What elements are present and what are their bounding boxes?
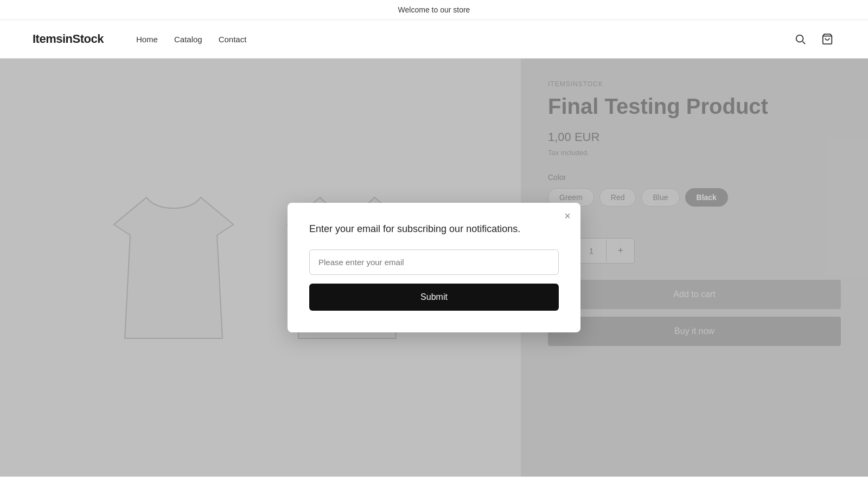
email-subscription-modal: × Enter your email for subscribing our n… <box>288 203 580 332</box>
svg-point-0 <box>796 35 803 42</box>
modal-submit-button[interactable]: Submit <box>309 284 559 311</box>
nav-catalog[interactable]: Catalog <box>174 35 202 44</box>
announcement-text: Welcome to our store <box>398 5 470 14</box>
cart-button[interactable] <box>819 31 835 47</box>
nav-home[interactable]: Home <box>136 35 158 44</box>
cart-icon <box>821 33 833 45</box>
search-icon <box>794 33 806 45</box>
main-nav: Home Catalog Contact <box>136 35 792 44</box>
header-icons <box>792 31 835 47</box>
announcement-bar: Welcome to our store <box>0 0 868 20</box>
email-input[interactable] <box>309 249 559 275</box>
site-header: ItemsinStock Home Catalog Contact <box>0 20 868 59</box>
nav-contact[interactable]: Contact <box>219 35 247 44</box>
site-logo[interactable]: ItemsinStock <box>33 32 104 46</box>
modal-title: Enter your email for subscribing our not… <box>309 222 559 236</box>
modal-overlay: × Enter your email for subscribing our n… <box>0 59 868 477</box>
search-button[interactable] <box>792 31 808 47</box>
svg-line-1 <box>803 42 806 44</box>
main-content: ITEMSINSTOCK Final Testing Product 1,00 … <box>0 59 868 477</box>
modal-close-button[interactable]: × <box>564 210 571 221</box>
